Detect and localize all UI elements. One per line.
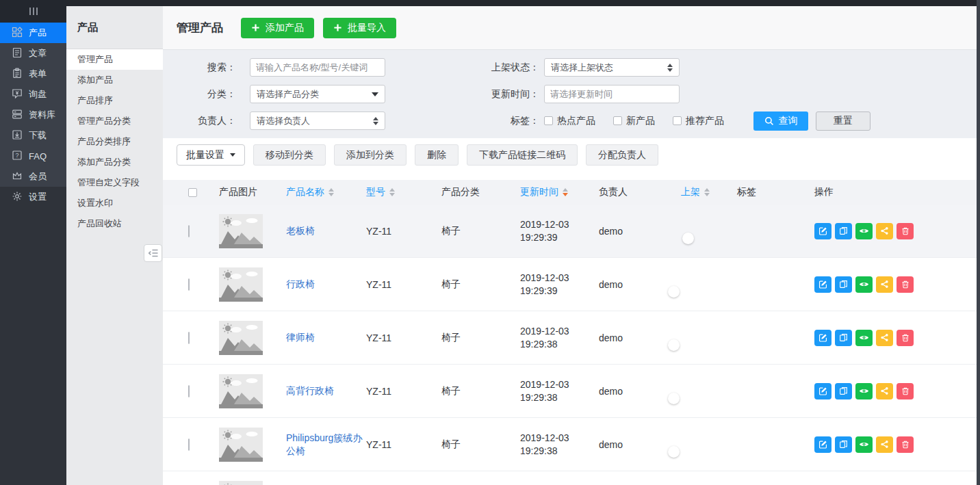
edit-button[interactable] xyxy=(814,436,831,453)
checkbox[interactable] xyxy=(188,385,190,397)
product-image[interactable] xyxy=(219,321,286,355)
sidebar-item-forms[interactable]: 表单 xyxy=(0,64,66,84)
sidebar-item-library[interactable]: 资料库 xyxy=(0,105,66,125)
submenu-item[interactable]: 管理自定义字段 xyxy=(66,172,163,193)
sidebar-item-products[interactable]: 产品 xyxy=(0,23,66,43)
checkbox[interactable] xyxy=(544,116,553,125)
reset-button[interactable]: 重置 xyxy=(816,112,871,131)
sort-icon[interactable] xyxy=(389,188,395,196)
batch-import-button[interactable]: 批量导入 xyxy=(323,18,396,38)
product-name-link[interactable]: 高背行政椅 xyxy=(286,385,342,396)
toggle-knob xyxy=(682,233,694,244)
product-name-cell: 行政椅 xyxy=(286,278,366,291)
sidebar-item-members[interactable]: 会员 xyxy=(0,166,66,187)
preview-button[interactable] xyxy=(855,223,873,239)
sidebar-item-settings[interactable]: 设置 xyxy=(0,187,66,207)
submenu-item[interactable]: 管理产品分类 xyxy=(66,111,163,131)
edit-button[interactable] xyxy=(814,223,831,239)
actions-cell xyxy=(814,330,977,346)
owner-select[interactable]: 请选择负责人 xyxy=(250,112,385,130)
submenu-item[interactable]: 添加产品 xyxy=(66,70,163,90)
collapse-menu-button[interactable] xyxy=(144,244,162,262)
checkbox[interactable] xyxy=(188,332,190,344)
products-icon xyxy=(12,27,23,40)
batch-settings-button[interactable]: 批量设置 xyxy=(177,144,245,166)
sidebar-item-articles[interactable]: 文章 xyxy=(0,43,66,64)
checkbox[interactable] xyxy=(188,225,190,237)
share-button[interactable] xyxy=(876,330,893,346)
submenu-item[interactable]: 添加产品分类 xyxy=(66,152,163,172)
select-all-checkbox-cell[interactable] xyxy=(163,188,219,197)
tag-checkbox-option[interactable]: 新产品 xyxy=(613,115,655,127)
product-name-link[interactable]: Philipsburg簇绒办公椅 xyxy=(286,432,362,456)
product-name-link[interactable]: 行政椅 xyxy=(286,278,323,289)
filter-panel: 搜索： 上架状态： 请选择上架状态 分类： 请选择产品分类 更新时间： 负责人： xyxy=(163,49,977,138)
sort-icon[interactable] xyxy=(328,188,334,196)
category-select[interactable]: 请选择产品分类 xyxy=(250,85,385,103)
sidebar-collapse-toggle[interactable] xyxy=(0,0,66,23)
edit-button[interactable] xyxy=(814,383,831,399)
product-name-link[interactable]: 老板椅 xyxy=(286,225,323,236)
toolbar-button[interactable]: 添加到分类 xyxy=(334,144,407,166)
preview-button[interactable] xyxy=(855,276,873,293)
secondary-sidebar-title: 产品 xyxy=(66,6,163,49)
column-header[interactable]: 更新时间 xyxy=(520,186,599,198)
delete-button[interactable] xyxy=(897,223,914,239)
search-input[interactable] xyxy=(250,58,385,77)
toolbar-button[interactable]: 移动到分类 xyxy=(253,144,326,166)
delete-button[interactable] xyxy=(897,383,914,399)
sidebar-item-download[interactable]: 下载 xyxy=(0,125,66,146)
add-product-button[interactable]: 添加产品 xyxy=(241,18,314,38)
product-image[interactable] xyxy=(219,481,286,485)
copy-button[interactable] xyxy=(835,383,852,399)
delete-button[interactable] xyxy=(897,436,914,453)
product-image[interactable] xyxy=(219,374,286,408)
query-button[interactable]: 查询 xyxy=(753,112,808,131)
sort-icon[interactable] xyxy=(704,188,710,196)
submenu-item[interactable]: 设置水印 xyxy=(66,193,163,213)
submenu-item[interactable]: 产品分类排序 xyxy=(66,131,163,152)
updated-time-input[interactable] xyxy=(544,85,680,103)
delete-button[interactable] xyxy=(897,330,914,346)
column-header[interactable]: 型号 xyxy=(366,186,441,198)
copy-button[interactable] xyxy=(835,223,852,239)
copy-button[interactable] xyxy=(835,276,852,293)
checkbox[interactable] xyxy=(673,116,682,125)
share-button[interactable] xyxy=(876,383,893,399)
toolbar-button[interactable]: 分配负责人 xyxy=(586,144,658,166)
checkbox[interactable] xyxy=(188,278,190,291)
edit-button[interactable] xyxy=(814,276,831,293)
product-image[interactable] xyxy=(219,267,286,302)
eye-icon xyxy=(859,441,869,448)
preview-button[interactable] xyxy=(855,436,873,453)
checkbox[interactable] xyxy=(613,116,622,125)
preview-button[interactable] xyxy=(855,383,873,399)
share-button[interactable] xyxy=(876,276,893,293)
tag-checkbox-option[interactable]: 推荐产品 xyxy=(673,115,724,127)
scrollbar[interactable] xyxy=(977,0,980,485)
sort-icon[interactable] xyxy=(563,188,568,196)
sidebar-item-inquiry[interactable]: 询盘 xyxy=(0,84,66,105)
status-select[interactable]: 请选择上架状态 xyxy=(544,58,680,77)
copy-button[interactable] xyxy=(835,330,852,346)
preview-button[interactable] xyxy=(855,330,873,346)
tag-checkbox-option[interactable]: 热点产品 xyxy=(544,115,595,127)
share-button[interactable] xyxy=(876,436,893,453)
product-name-link[interactable]: 律师椅 xyxy=(286,332,323,343)
product-image[interactable] xyxy=(219,214,286,248)
submenu-item[interactable]: 产品排序 xyxy=(66,90,163,111)
submenu-item[interactable]: 产品回收站 xyxy=(66,213,163,234)
checkbox[interactable] xyxy=(188,188,197,197)
delete-button[interactable] xyxy=(897,276,914,293)
checkbox[interactable] xyxy=(188,438,190,451)
product-image[interactable] xyxy=(219,428,286,462)
edit-button[interactable] xyxy=(814,330,831,346)
column-header[interactable]: 上架 xyxy=(681,186,737,198)
column-header[interactable]: 产品名称 xyxy=(286,186,366,198)
toolbar-button[interactable]: 下载产品链接二维码 xyxy=(467,144,578,166)
submenu-item[interactable]: 管理产品 xyxy=(66,49,163,70)
sidebar-item-faq[interactable]: ?FAQ xyxy=(0,146,66,166)
share-button[interactable] xyxy=(876,223,893,239)
copy-button[interactable] xyxy=(835,436,852,453)
toolbar-button[interactable]: 删除 xyxy=(415,144,459,166)
